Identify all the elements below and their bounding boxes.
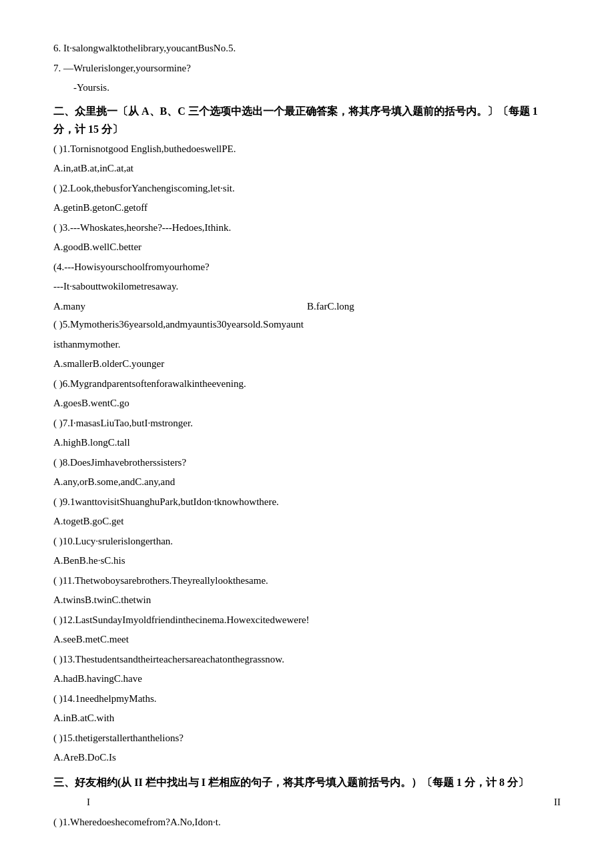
- s2q8-question: ( )8.DoesJimhavebrotherssisters?: [53, 454, 561, 472]
- s2q5-question: ( )5.Mymotheris36yearsold,andmyauntis30y…: [53, 316, 561, 334]
- s2q3-question: ( )3.---Whoskates,heorshe?---Hedoes,Ithi…: [53, 220, 561, 237]
- exam-paper: 6. It·salongwalktothelibrary,youcantBusN…: [53, 40, 561, 831]
- s2q2-options: A.getinB.getonC.getoff: [53, 199, 561, 217]
- s2q4-option-right: B.farC.long: [307, 298, 561, 316]
- col-II-label: II: [554, 794, 561, 811]
- s2q9-options: A.togetB.goC.get: [53, 513, 561, 530]
- s2q12-options: A.seeB.metC.meet: [53, 631, 561, 648]
- s2q15-options: A.AreB.DoC.Is: [53, 749, 561, 767]
- q7a-line: 7. —Wrulerislonger,yoursormine?: [53, 60, 561, 77]
- s2q14-options: A.inB.atC.with: [53, 710, 561, 727]
- s2q3-options: A.goodB.wellC.better: [53, 239, 561, 256]
- s2q12-question: ( )12.LastSundayImyoldfriendinthecinema.…: [53, 612, 561, 629]
- s2q8-options: A.any,orB.some,andC.any,and: [53, 474, 561, 491]
- col-I-label: I: [87, 794, 90, 811]
- section3-title: 三、好友相约(从 II 栏中找出与 I 栏相应的句子，将其序号填入题前括号内。）…: [53, 773, 561, 791]
- s2q4-question: (4.---Howisyourschoolfromyourhome?: [53, 259, 561, 276]
- q6-line: 6. It·salongwalktothelibrary,youcantBusN…: [53, 40, 561, 57]
- s2q6-question: ( )6.Mygrandparentsoftenforawalkintheeve…: [53, 376, 561, 393]
- s2q7-question: ( )7.I·masasLiuTao,butI·mstronger.: [53, 415, 561, 432]
- s3q1-question: ( )1.Wheredoeshecomefrom?A.No,Idon·t.: [53, 814, 561, 831]
- s2q5-answer: isthanmymother.: [53, 336, 561, 354]
- s2q15-question: ( )15.thetigerstallerthanthelions?: [53, 730, 561, 747]
- s2q6-options: A.goesB.wentC.go: [53, 395, 561, 412]
- s2q7-options: A.highB.longC.tall: [53, 434, 561, 452]
- section2-title: 二、众里挑一〔从 A、B、C 三个选项中选出一个最正确答案，将其序号填入题前的括…: [53, 102, 561, 138]
- s2q2-question: ( )2.Look,thebusforYanchengiscoming,let·…: [53, 180, 561, 197]
- s2q11-options: A.twinsB.twinC.thetwin: [53, 592, 561, 609]
- s2q13-options: A.hadB.havingC.have: [53, 671, 561, 688]
- q7b-line: -Yoursis.: [53, 79, 561, 97]
- s2q1-options: A.in,atB.at,inC.at,at: [53, 160, 561, 177]
- s2q4-options-row: A.many B.farC.long: [53, 298, 561, 316]
- s2q13-question: ( )13.Thestudentsandtheirteachersareacha…: [53, 651, 561, 669]
- section3-col-header: I II: [53, 794, 561, 811]
- s2q4-option-left: A.many: [53, 298, 307, 316]
- s2q11-question: ( )11.Thetwoboysarebrothers.Theyreallylo…: [53, 572, 561, 590]
- s2q10-question: ( )10.Lucy·srulerislongerthan.: [53, 533, 561, 550]
- s2q10-options: A.BenB.he·sC.his: [53, 552, 561, 570]
- s2q1-question: ( )1.Tornisnotgood English,buthedoeswell…: [53, 141, 561, 158]
- s2q5-options: A.smallerB.olderC.younger: [53, 356, 561, 373]
- s2q14-question: ( )14.1needhelpmyMaths.: [53, 691, 561, 708]
- s2q4-answer: ---It·sabouttwokilometresaway.: [53, 278, 561, 296]
- s2q9-question: ( )9.1wanttovisitShuanghuPark,butIdon·tk…: [53, 494, 561, 511]
